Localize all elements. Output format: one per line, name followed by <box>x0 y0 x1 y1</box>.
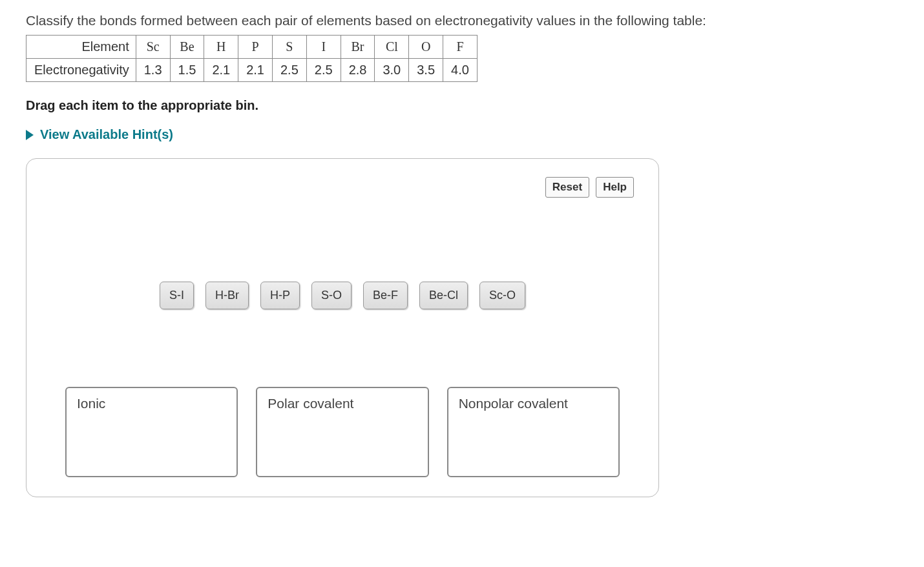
row-label-en: Electronegativity <box>26 59 136 82</box>
value-cell: 3.5 <box>409 59 443 82</box>
answer-area: Reset Help S-I H-Br H-P S-O Be-F Be-Cl S… <box>26 158 659 497</box>
table-row-elements: Element Sc Be H P S I Br Cl O F <box>26 36 478 59</box>
element-cell: P <box>238 36 273 59</box>
drag-instruction: Drag each item to the appropriate bin. <box>26 98 898 113</box>
bin-title: Ionic <box>77 396 226 411</box>
bin-title: Polar covalent <box>268 396 417 411</box>
hints-toggle[interactable]: View Available Hint(s) <box>26 127 898 142</box>
element-cell: H <box>204 36 238 59</box>
bins-row: Ionic Polar covalent Nonpolar covalent <box>46 387 639 477</box>
draggable-be-cl[interactable]: Be-Cl <box>419 282 468 309</box>
value-cell: 3.0 <box>375 59 409 82</box>
element-cell: Be <box>170 36 204 59</box>
bin-nonpolar-covalent[interactable]: Nonpolar covalent <box>447 387 620 477</box>
toolbar: Reset Help <box>545 177 634 198</box>
value-cell: 2.5 <box>306 59 341 82</box>
value-cell: 2.1 <box>204 59 238 82</box>
element-cell: F <box>443 36 478 59</box>
element-cell: Cl <box>375 36 409 59</box>
element-cell: Br <box>341 36 375 59</box>
row-label-element: Element <box>26 36 136 59</box>
bin-title: Nonpolar covalent <box>459 396 608 411</box>
draggable-s-i[interactable]: S-I <box>160 282 194 309</box>
question-prompt: Classify the bonds formed between each p… <box>26 13 898 28</box>
bin-polar-covalent[interactable]: Polar covalent <box>256 387 428 477</box>
value-cell: 2.5 <box>273 59 307 82</box>
draggable-h-p[interactable]: H-P <box>260 282 300 309</box>
draggable-sc-o[interactable]: Sc-O <box>479 282 525 309</box>
draggable-be-f[interactable]: Be-F <box>363 282 408 309</box>
triangle-right-icon <box>26 130 34 140</box>
value-cell: 2.1 <box>238 59 273 82</box>
draggable-items-row: S-I H-Br H-P S-O Be-F Be-Cl Sc-O <box>46 282 639 309</box>
reset-button[interactable]: Reset <box>545 177 589 198</box>
bin-ionic[interactable]: Ionic <box>65 387 238 477</box>
value-cell: 1.5 <box>170 59 204 82</box>
element-cell: S <box>273 36 307 59</box>
hints-label: View Available Hint(s) <box>40 127 173 142</box>
value-cell: 2.8 <box>341 59 375 82</box>
electronegativity-table: Element Sc Be H P S I Br Cl O F Electron… <box>26 35 478 82</box>
element-cell: O <box>409 36 443 59</box>
help-button[interactable]: Help <box>596 177 634 198</box>
draggable-s-o[interactable]: S-O <box>311 282 352 309</box>
element-cell: Sc <box>136 36 170 59</box>
table-row-values: Electronegativity 1.3 1.5 2.1 2.1 2.5 2.… <box>26 59 478 82</box>
value-cell: 1.3 <box>136 59 170 82</box>
element-cell: I <box>306 36 341 59</box>
draggable-h-br[interactable]: H-Br <box>205 282 249 309</box>
value-cell: 4.0 <box>443 59 478 82</box>
